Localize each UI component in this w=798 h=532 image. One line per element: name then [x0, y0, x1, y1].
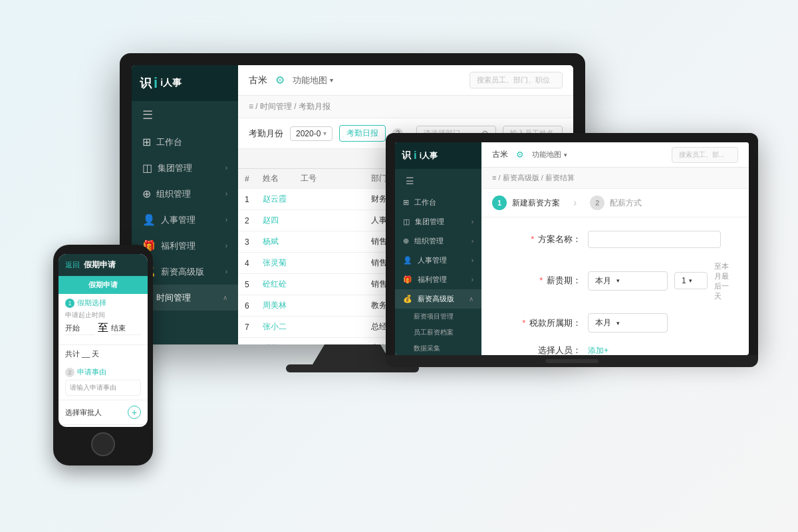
daily-report-btn[interactable]: 考勤日报: [339, 125, 386, 142]
dropdown-icon: ▾: [323, 130, 327, 137]
time-field-label: 申请起止时间: [65, 311, 141, 320]
cell-name[interactable]: 张小二: [256, 317, 294, 338]
step-1-label: 新建薪资方案: [512, 198, 560, 209]
laptop-breadcrumb: ≡ / 薪资高级版 / 薪资结算: [481, 168, 749, 189]
chevron-icon: ›: [225, 242, 227, 249]
sidebar-item-org[interactable]: ⊕ 组织管理 ›: [132, 181, 238, 207]
monitor-header: 古米 ⚙ 功能地图 ▾ 搜索员工、部门、职位: [238, 65, 573, 96]
sidebar-menu-icon[interactable]: ☰: [395, 169, 481, 193]
cell-name[interactable]: 张灵菊: [256, 253, 294, 274]
period-num-select[interactable]: 1 ▾: [674, 272, 708, 289]
time-field-row: 开始 至 结束: [65, 321, 141, 335]
laptop-sidebar-group[interactable]: ◫ 集团管理 ›: [395, 212, 481, 231]
month-select[interactable]: 2020-0 ▾: [290, 126, 332, 141]
cell-name[interactable]: 砼红砼: [256, 274, 294, 295]
period-select[interactable]: 本月 ▾: [588, 271, 668, 291]
laptop-sub-employee-salary[interactable]: 员工薪资档案: [395, 325, 481, 340]
sidebar-label: 组织管理: [414, 236, 444, 246]
add-people-btn[interactable]: 添加+: [588, 345, 608, 356]
step-2: 2 配薪方式: [590, 196, 642, 210]
cell-id: 7: [238, 317, 256, 338]
laptop-sidebar-workbench[interactable]: ⊞ 工作台: [395, 193, 481, 212]
chevron-icon: ›: [225, 190, 227, 198]
logo-i: i: [154, 74, 158, 92]
steps-bar: 1 新建薪资方案 › 2 配薪方式: [481, 189, 749, 217]
tax-period-select[interactable]: 本月 ▾: [588, 313, 668, 332]
cell-num: [294, 189, 364, 210]
approver-label: 选择审批人: [65, 408, 102, 418]
date-start-input[interactable]: 开始: [65, 322, 95, 335]
global-search[interactable]: 搜索员工、部门、职位: [469, 72, 563, 88]
laptop-sidebar-salary[interactable]: 💰 薪资高级版 ∧: [395, 289, 481, 309]
cell-num: BJ00006CHINA: [294, 338, 364, 345]
laptop-frame: 识 i i人事 ☰ ⊞ 工作台 ◫ 集团管理: [386, 133, 758, 355]
logo-icon: 识: [402, 150, 411, 162]
settings-icon[interactable]: ⚙: [275, 74, 285, 86]
feature-map-nav[interactable]: 功能地图 ▾: [293, 74, 333, 86]
phone-total: 共计 __ 天: [59, 344, 148, 363]
laptop-search[interactable]: 搜索员工、部...: [672, 147, 738, 163]
cell-num: [294, 274, 364, 295]
form-label-name: * 方案名称：: [495, 233, 581, 245]
phone-tab[interactable]: 假期申请: [59, 276, 148, 294]
cell-name[interactable]: 赵云霞: [256, 189, 294, 210]
cell-name[interactable]: 周美林: [256, 295, 294, 317]
form-label-people: 选择人员：: [495, 344, 581, 355]
date-end-input[interactable]: 结束: [111, 322, 141, 335]
laptop-screen: 识 i i人事 ☰ ⊞ 工作台 ◫ 集团管理: [395, 142, 749, 355]
monitor-breadcrumb: ≡ / 时间管理 / 考勤月报: [238, 96, 573, 118]
sidebar-label: 工作台: [156, 136, 182, 148]
group-icon: ◫: [403, 217, 410, 226]
phone-section-1: 1 假期选择 申请起止时间 开始 至 结束: [59, 294, 148, 344]
phone-home-button[interactable]: [91, 432, 115, 456]
scene: 识 i i人事 ☰ ⊞ 工作台 ◫: [0, 0, 798, 532]
feature-map-label: 功能地图: [293, 74, 327, 86]
phone-approver-row[interactable]: 选择审批人 +: [59, 400, 148, 424]
laptop-sub-data-collect[interactable]: 数据采集: [395, 340, 481, 355]
col-header-num: 工号: [294, 169, 364, 189]
cell-num: [294, 253, 364, 274]
sidebar-label: 时间管理: [156, 292, 191, 304]
workbench-icon: ⊞: [142, 136, 151, 148]
cell-name[interactable]: 赵四: [256, 210, 294, 231]
laptop-feature-map[interactable]: 功能地图 ▾: [532, 150, 567, 160]
dropdown-icon: ▾: [689, 277, 692, 284]
section-2-label: 申请事由: [77, 367, 106, 377]
col-header-id: #: [238, 169, 256, 189]
laptop-sidebar-org[interactable]: ⊕ 组织管理 ›: [395, 231, 481, 251]
laptop-settings-icon[interactable]: ⚙: [516, 150, 524, 160]
search-placeholder: 搜索员工、部门、职位: [477, 76, 550, 84]
welfare-icon: 🎁: [403, 275, 412, 284]
chevron-icon: ›: [471, 257, 473, 264]
chevron-icon: ›: [471, 218, 473, 225]
sidebar-item-hr[interactable]: 👤 人事管理 ›: [132, 207, 238, 233]
col-header-name: 姓名: [256, 169, 294, 189]
separator: 至: [98, 321, 108, 335]
sidebar-menu-icon[interactable]: ☰: [132, 101, 238, 129]
phone-back-btn[interactable]: 返回: [65, 260, 80, 270]
phone-copy-row[interactable]: 选择抄送人 +: [59, 424, 148, 427]
sidebar-item-workbench[interactable]: ⊞ 工作台: [132, 129, 238, 155]
cell-num: [294, 210, 364, 231]
laptop-sidebar-welfare[interactable]: 🎁 福利管理 ›: [395, 270, 481, 289]
laptop-sub-salary-items[interactable]: 薪资项目管理: [395, 309, 481, 325]
logo-icon: 识: [140, 75, 151, 91]
reason-input[interactable]: 请输入申请事由: [65, 380, 141, 396]
form-row-tax-period: * 税款所属期： 本月 ▾: [495, 313, 735, 332]
phone-header: 返回 假期申请: [59, 254, 148, 276]
step-2-num: 2: [590, 196, 604, 210]
add-approver-btn[interactable]: +: [128, 406, 141, 419]
cell-name[interactable]: 邓伦: [256, 338, 294, 345]
form-row-name: * 方案名称：: [495, 231, 735, 248]
sidebar-item-group[interactable]: ◫ 集团管理 ›: [132, 155, 238, 181]
cell-name[interactable]: 杨斌: [256, 231, 294, 253]
dropdown-icon: ▾: [616, 320, 620, 327]
laptop-sidebar-hr[interactable]: 👤 人事管理 ›: [395, 251, 481, 270]
tax-period-value: 本月: [595, 317, 611, 329]
laptop-bottom: [386, 355, 758, 367]
plan-name-input[interactable]: [588, 231, 721, 248]
form-row-people: 选择人员： 添加+: [495, 344, 735, 355]
breadcrumb-text: ≡ / 薪资高级版 / 薪资结算: [492, 173, 575, 183]
phone-section-2-title: 2 申请事由: [65, 367, 141, 377]
cell-num: [294, 231, 364, 253]
